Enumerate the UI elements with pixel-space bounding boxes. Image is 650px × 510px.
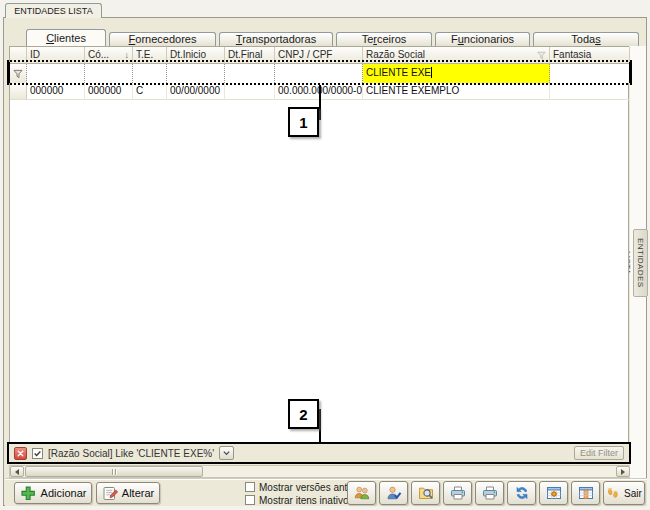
side-tab-entidades-lista[interactable]: ENTIDADES LISTA xyxy=(633,229,648,297)
icon-button-row xyxy=(347,481,600,505)
printer-icon xyxy=(450,485,466,501)
chevron-down-icon xyxy=(222,449,231,457)
callout-2: 2 xyxy=(288,399,319,429)
print-preview-button[interactable] xyxy=(475,481,504,505)
thumb-grip xyxy=(112,469,113,475)
funnel-icon xyxy=(13,69,23,79)
close-icon xyxy=(16,449,25,458)
sort-descending-icon: ↓ xyxy=(125,47,130,63)
text-cursor xyxy=(431,67,432,78)
main-panel: Clientes Fornecedores Transportadoras Te… xyxy=(3,17,647,506)
filter-cell-codigo[interactable] xyxy=(85,64,133,83)
tab-funcionarios[interactable]: Funcionarios xyxy=(435,32,530,46)
users-button[interactable] xyxy=(347,481,376,505)
filter-cell-dt-inicio[interactable] xyxy=(167,64,225,83)
horizontal-scrollbar[interactable] xyxy=(9,465,631,478)
edit-filter-button[interactable]: Edit Filter xyxy=(574,446,624,460)
filter-cell-cnpj[interactable] xyxy=(275,64,363,83)
column-header-dt-inicio[interactable]: Dt.Inicio xyxy=(167,47,225,64)
tab-transportadoras[interactable]: Transportadoras xyxy=(219,32,333,46)
auto-filter-row: CLIENTE EXE xyxy=(10,64,628,83)
footprints-icon xyxy=(606,486,620,500)
alterar-button[interactable]: Alterar xyxy=(96,482,160,504)
tab-fornecedores[interactable]: Fornecedores xyxy=(109,32,216,46)
filter-cell-razao-social-input[interactable]: CLIENTE EXE xyxy=(363,64,550,83)
column-header-codigo[interactable]: Có...↓ xyxy=(85,47,133,64)
column-header-fantasia[interactable]: Fantasia xyxy=(550,47,630,64)
cell-dt-inicio: 00/00/0000 xyxy=(167,83,225,100)
filter-panel: [Razão Social] Like 'CLIENTE EXE%' Edit … xyxy=(7,442,631,464)
scroll-left-button[interactable] xyxy=(10,466,24,477)
grid-settings-icon xyxy=(546,485,562,501)
sair-button[interactable]: Sair xyxy=(603,481,645,505)
column-header-cnpj-cpf[interactable]: CNPJ / CPF xyxy=(275,47,363,64)
bottom-toolbar: Adicionar Alterar Mostrar versões antiga… xyxy=(5,478,647,506)
refresh-icon xyxy=(514,485,530,501)
show-old-versions-checkbox[interactable] xyxy=(245,482,255,492)
row-indicator xyxy=(10,83,27,100)
scroll-right-button[interactable] xyxy=(616,466,630,477)
filter-dropdown-button[interactable] xyxy=(219,446,234,460)
edit-pencil-icon xyxy=(102,485,118,501)
column-header-dt-final[interactable]: Dt.Final xyxy=(225,47,275,64)
tab-clientes[interactable]: Clientes xyxy=(26,29,106,46)
cell-dt-final xyxy=(225,83,275,100)
refresh-button[interactable] xyxy=(507,481,536,505)
close-filter-button[interactable] xyxy=(14,447,27,460)
filter-row-indicator xyxy=(10,64,27,83)
grid-header-row: ID Có...↓ T.E. Dt.Inicio Dt.Final CNPJ /… xyxy=(10,47,628,64)
filter-cell-dt-final[interactable] xyxy=(225,64,275,83)
thumb-grip xyxy=(115,469,116,475)
column-filter-funnel-icon[interactable] xyxy=(537,51,546,60)
grid-columns-button[interactable] xyxy=(571,481,600,505)
filter-cell-id[interactable] xyxy=(27,64,85,83)
column-header-te[interactable]: T.E. xyxy=(133,47,167,64)
app-window: ENTIDADES LISTA Clientes Fornecedores Tr… xyxy=(0,0,650,510)
grid-settings-button[interactable] xyxy=(539,481,568,505)
checkmark-icon xyxy=(33,449,42,458)
page-tab-entidades-lista[interactable]: ENTIDADES LISTA xyxy=(5,3,102,18)
cell-codigo: 000000 xyxy=(85,83,133,100)
printer-icon xyxy=(482,485,498,501)
tab-terceiros[interactable]: Terceiros xyxy=(336,32,432,46)
callout-line-2 xyxy=(319,409,321,443)
plus-icon xyxy=(20,485,37,502)
row-indicator-header xyxy=(10,47,27,64)
right-arrow-icon xyxy=(621,469,625,475)
cell-id: 000000 xyxy=(27,83,85,100)
callout-1: 1 xyxy=(288,107,319,137)
column-header-id[interactable]: ID xyxy=(27,47,85,64)
user-check-icon xyxy=(386,485,402,501)
cell-razao-social: CLIENTE EXEMPLO xyxy=(363,83,550,100)
show-inactive-checkbox[interactable] xyxy=(245,495,255,505)
tab-todas[interactable]: Todas xyxy=(533,32,639,46)
user-check-button[interactable] xyxy=(379,481,408,505)
folder-search-icon xyxy=(418,485,434,501)
column-header-razao-social[interactable]: Razão Social xyxy=(363,47,550,64)
cell-fantasia xyxy=(550,83,630,100)
users-icon xyxy=(354,485,370,501)
print-button[interactable] xyxy=(443,481,472,505)
filter-enabled-checkbox[interactable] xyxy=(32,448,43,459)
filter-expression[interactable]: [Razão Social] Like 'CLIENTE EXE%' xyxy=(48,448,214,459)
cell-te: C xyxy=(133,83,167,100)
scrollbar-thumb[interactable] xyxy=(25,466,203,477)
grid-columns-icon xyxy=(578,485,594,501)
page-tab-label: ENTIDADES LISTA xyxy=(14,6,92,16)
left-arrow-icon xyxy=(15,469,19,475)
callout-line-1 xyxy=(319,85,321,120)
filter-cell-te[interactable] xyxy=(133,64,167,83)
folder-search-button[interactable] xyxy=(411,481,440,505)
adicionar-button[interactable]: Adicionar xyxy=(14,482,92,504)
filter-cell-fantasia[interactable] xyxy=(550,64,630,83)
